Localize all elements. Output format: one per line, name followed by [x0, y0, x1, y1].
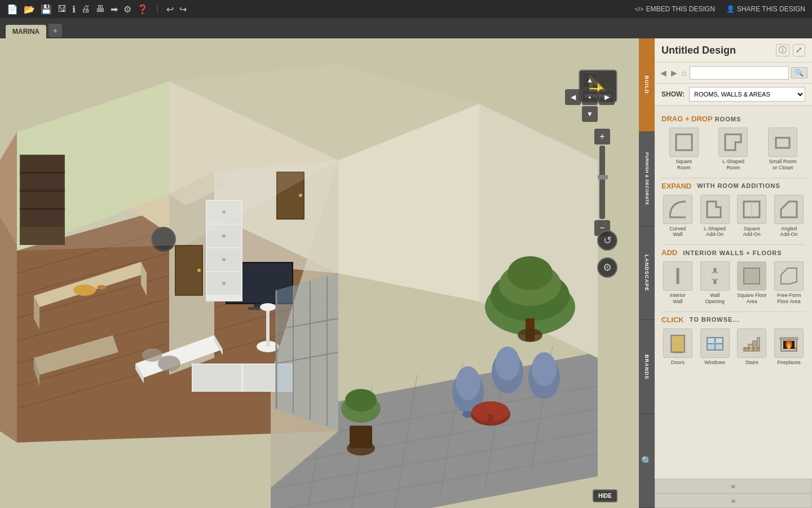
info-panel-icon[interactable]: ⓘ: [776, 44, 789, 56]
show-select[interactable]: ROOMS, WALLS & AREAS: [689, 87, 805, 102]
tab-marina[interactable]: MARINA: [6, 25, 46, 38]
new-icon[interactable]: 📄: [7, 4, 18, 15]
collapse-up-button[interactable]: «: [655, 479, 812, 493]
print2-icon[interactable]: 🖶: [96, 4, 105, 14]
item-wall-opening[interactable]: WallOpening: [699, 261, 731, 305]
nav-up-button[interactable]: ▲: [582, 72, 598, 88]
item-square-addon[interactable]: SquareAdd-On: [736, 195, 769, 238]
item-interior-wall[interactable]: InteriorWall: [661, 261, 694, 305]
svg-point-83: [508, 256, 553, 290]
svg-marker-113: [707, 202, 721, 217]
export-icon[interactable]: ➡: [111, 4, 118, 15]
svg-rect-109: [676, 134, 692, 150]
l-shaped-addon-label: L-ShapedAdd-On: [704, 226, 726, 238]
svg-point-127: [679, 343, 681, 345]
print-icon[interactable]: 🖨: [81, 4, 90, 14]
vertical-tabs: BUILD FURNISH & DECORATE LANDSCAPE BRAND…: [639, 38, 655, 508]
expand-grid: CurvedWall L-ShapedAdd-On SquareAdd-On: [661, 195, 805, 238]
navigation-controls: ▲ ◀ ● ▶ ▼: [565, 72, 615, 122]
nav-left-button[interactable]: ◀: [565, 89, 581, 105]
nav-right-button[interactable]: ▶: [599, 89, 615, 105]
svg-rect-148: [780, 338, 798, 340]
forward-arrow[interactable]: ▶: [670, 67, 678, 78]
square-room-label: SquareRoom: [676, 159, 692, 171]
wall-opening-icon: [700, 261, 730, 291]
saveas-icon[interactable]: 🖫: [58, 4, 67, 14]
l-shaped-addon-icon: [700, 195, 730, 224]
add-tab-button[interactable]: +: [48, 24, 62, 37]
small-room-icon: [768, 128, 797, 157]
zoom-track[interactable]: [599, 146, 605, 219]
nav-center-button[interactable]: ●: [582, 89, 598, 105]
help-icon[interactable]: ❓: [137, 4, 148, 15]
show-row: SHOW: ROOMS, WALLS & AREAS: [655, 84, 812, 106]
item-square-floor-area[interactable]: Square FloorArea: [736, 261, 769, 305]
svg-marker-116: [781, 202, 797, 217]
item-fireplaces[interactable]: Fireplaces: [773, 329, 805, 366]
small-room-label: Small Roomor Closet: [769, 159, 797, 171]
browse-rest: TO BROWSE...: [690, 316, 740, 323]
undo-button[interactable]: ↩: [166, 4, 174, 15]
item-angled-addon[interactable]: AngledAdd-On: [773, 195, 805, 238]
svg-rect-125: [672, 336, 683, 351]
open-icon[interactable]: 📂: [24, 4, 35, 15]
item-square-room[interactable]: SquareRoom: [661, 128, 707, 171]
svg-point-89: [345, 389, 377, 411]
svg-point-65: [222, 258, 226, 261]
vtab-furnish[interactable]: FURNISH & DECORATE: [639, 132, 655, 226]
info-icon[interactable]: ℹ: [72, 4, 76, 15]
windows-label: Windows: [704, 360, 725, 366]
svg-point-49: [73, 284, 96, 296]
back-arrow[interactable]: ◀: [659, 67, 668, 78]
zoom-in-button[interactable]: +: [594, 129, 610, 144]
collapse-down-button[interactable]: »: [655, 493, 812, 508]
item-stairs[interactable]: Stairs: [736, 329, 769, 366]
section-browse: CLICK TO BROWSE...: [661, 316, 805, 324]
vtab-build[interactable]: BUILD: [639, 38, 655, 132]
square-addon-icon: [737, 195, 766, 224]
vtab-search[interactable]: 🔍: [639, 414, 655, 508]
expand-panel-icon[interactable]: ⤢: [793, 44, 805, 56]
item-windows[interactable]: Windows: [699, 329, 731, 366]
square-floor-area-icon: [737, 261, 766, 291]
home-arrow[interactable]: ⌂: [681, 67, 687, 78]
save-icon[interactable]: 💾: [41, 4, 52, 15]
vtab-brands[interactable]: BRANDS: [639, 320, 655, 414]
embed-button[interactable]: </> EMBED THIS DESIGN: [634, 5, 714, 13]
panel-content: DRAG + DROP ROOMS SquareRoom L-ShapedRoo…: [655, 106, 812, 508]
expand-keyword: EXPAND: [661, 182, 691, 190]
item-l-shaped-addon[interactable]: L-ShapedAdd-On: [699, 195, 731, 238]
item-doors[interactable]: Doors: [661, 329, 694, 366]
svg-rect-137: [753, 341, 757, 351]
canvas[interactable]: 📐 VIEW IN 2D ▲ ◀ ● ▶ ▼ + − ↺ ⚙ HIDE: [0, 38, 654, 508]
search-bar: ◀ ▶ ⌂ 🔍: [655, 63, 812, 84]
doors-icon: [663, 329, 692, 358]
rotate-button[interactable]: ↺: [597, 230, 617, 251]
svg-point-94: [495, 347, 520, 380]
settings-icon[interactable]: ⚙: [123, 4, 131, 15]
redo-button[interactable]: ↪: [179, 4, 187, 15]
svg-point-139: [757, 347, 760, 349]
item-curved-wall[interactable]: CurvedWall: [661, 195, 694, 238]
search-input[interactable]: [690, 66, 789, 80]
square-addon-label: SquareAdd-On: [743, 226, 761, 238]
doors-label: Doors: [671, 360, 685, 366]
topbar: 📄 📂 💾 🖫 ℹ 🖨 🖶 ➡ ⚙ ❓ | ↩ ↪ </> EMBED THIS…: [0, 0, 812, 18]
svg-point-64: [222, 234, 226, 238]
show-label: SHOW:: [661, 90, 685, 98]
vtab-landscape[interactable]: LANDSCAPE: [639, 226, 655, 320]
settings-button[interactable]: ⚙: [597, 257, 617, 278]
share-button[interactable]: 👤 SHARE THIS DESIGN: [726, 5, 805, 13]
hide-button[interactable]: HIDE: [593, 489, 617, 502]
topbar-right: </> EMBED THIS DESIGN 👤 SHARE THIS DESIG…: [634, 5, 805, 13]
svg-rect-132: [708, 339, 714, 343]
svg-marker-123: [781, 268, 797, 284]
item-freeform-floor[interactable]: Free-FormFloor Area: [773, 261, 805, 305]
item-small-room[interactable]: Small Roomor Closet: [760, 128, 805, 171]
search-button[interactable]: 🔍: [791, 67, 807, 78]
browse-keyword: CLICK: [661, 316, 684, 324]
item-l-shaped-room[interactable]: L-ShapedRoom: [711, 128, 756, 171]
panel-collapse: « »: [655, 479, 812, 508]
windows-icon: [700, 329, 730, 358]
nav-down-button[interactable]: ▼: [582, 106, 598, 122]
